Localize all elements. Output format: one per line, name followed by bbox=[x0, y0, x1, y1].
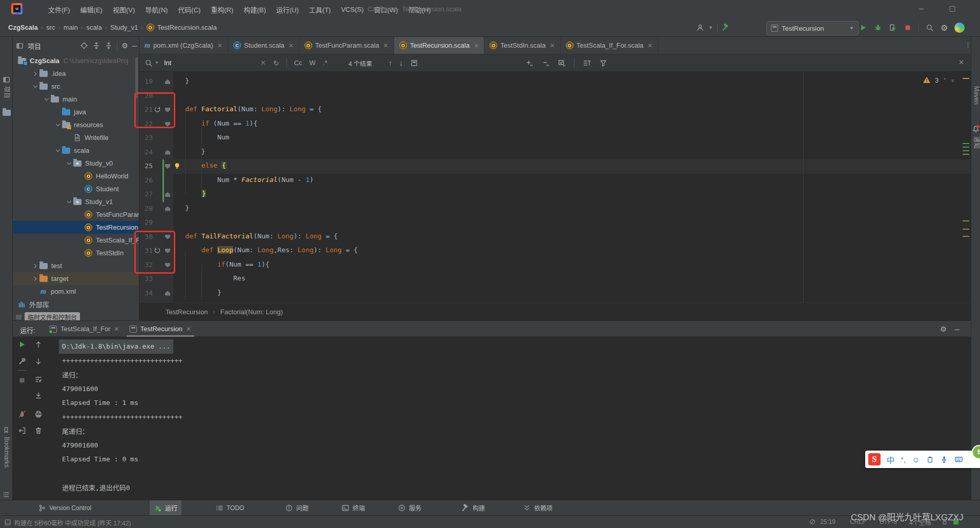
tree-item-外部库[interactable]: 外部库 bbox=[13, 298, 139, 311]
tree-item-Study_v1[interactable]: Study_v1 bbox=[13, 195, 139, 208]
tree-item-.idea[interactable]: .idea bbox=[13, 67, 139, 80]
tab-close-icon[interactable]: ✕ bbox=[549, 42, 555, 49]
tree-item-临时文件和控制台[interactable]: 临时文件和控制台 bbox=[13, 311, 139, 320]
prev-warning-icon[interactable]: ⌃ bbox=[943, 77, 947, 83]
menu-item-2[interactable]: 编辑(E) bbox=[75, 0, 108, 18]
tree-item-Student[interactable]: CStudent bbox=[13, 182, 139, 195]
next-warning-icon[interactable]: ˅ bbox=[951, 78, 954, 84]
tree-chevron-icon[interactable] bbox=[65, 198, 73, 206]
clear-all-icon[interactable] bbox=[34, 427, 43, 435]
filter-icon[interactable] bbox=[599, 59, 607, 67]
regex-toggle[interactable]: .* bbox=[323, 59, 328, 67]
breadcrumb-item[interactable]: Study_v1 bbox=[110, 24, 138, 31]
next-occurrence-icon[interactable]: ↓ bbox=[399, 59, 403, 67]
toolwindow-button-终端[interactable]: 终端 bbox=[337, 500, 369, 515]
tree-chevron-icon[interactable] bbox=[54, 147, 62, 155]
user-dropdown-icon[interactable]: ▼ bbox=[708, 25, 713, 30]
coverage-button[interactable] bbox=[889, 24, 897, 32]
caret-position[interactable]: 25:19 bbox=[820, 518, 850, 525]
ime-toolbar[interactable]: S 中 °, ☺ bbox=[865, 451, 980, 468]
gradient-ball-icon[interactable] bbox=[954, 23, 965, 33]
recursion-icon[interactable] bbox=[154, 106, 161, 113]
mute-bug-icon[interactable] bbox=[18, 410, 26, 418]
code-line-20[interactable]: 20 bbox=[139, 89, 971, 104]
tab-more-icon[interactable]: ⋮ bbox=[965, 41, 971, 49]
run-tab-close-icon[interactable]: ✕ bbox=[186, 326, 191, 333]
editor-tab[interactable]: OTestRecursion.scala✕ bbox=[394, 37, 484, 54]
stop-icon[interactable] bbox=[18, 376, 26, 384]
tree-item-test[interactable]: test bbox=[13, 259, 139, 272]
menu-item-9[interactable]: 工具(T) bbox=[304, 0, 336, 18]
stop-button[interactable] bbox=[904, 24, 912, 32]
run-console[interactable]: D:\Jdk-1.8\bin\java.exe ...+++++++++++++… bbox=[13, 337, 971, 500]
breadcrumb-item[interactable]: src bbox=[46, 24, 55, 31]
console-line[interactable]: 尾递归： bbox=[62, 424, 89, 438]
code-line-19[interactable]: 19 } bbox=[139, 75, 971, 89]
code-line-33[interactable]: 33 Res bbox=[139, 272, 971, 287]
print-icon[interactable] bbox=[34, 410, 43, 418]
close-find-icon[interactable]: ✕ bbox=[958, 58, 964, 66]
restore-icon[interactable] bbox=[18, 427, 26, 435]
menu-item-10[interactable]: VCS(S) bbox=[336, 0, 369, 18]
code-line-31[interactable]: 31 def Loop(Num: Long,Res: Long): Long =… bbox=[139, 244, 971, 258]
scroll-end-icon[interactable] bbox=[34, 392, 43, 400]
menu-item-3[interactable]: 视图(V) bbox=[108, 0, 140, 18]
ime-mic-icon[interactable] bbox=[940, 455, 948, 463]
toolwindow-button-TODO[interactable]: TODO bbox=[211, 500, 248, 515]
user-icon[interactable] bbox=[696, 24, 704, 32]
words-toggle[interactable]: W bbox=[310, 59, 316, 67]
code-line-22[interactable]: 22 if (Num == 1){ bbox=[139, 117, 971, 132]
tree-item-target[interactable]: target bbox=[13, 272, 139, 285]
breadcrumb-item[interactable]: CzgScala bbox=[8, 24, 38, 31]
build-hammer-icon[interactable] bbox=[722, 24, 730, 32]
code-line-24[interactable]: 24 } bbox=[139, 146, 971, 160]
run-configuration-select[interactable]: TestRecursion ▼ bbox=[766, 21, 859, 35]
project-tool-icon[interactable] bbox=[3, 76, 10, 84]
tree-item-scala[interactable]: scala bbox=[13, 144, 139, 157]
find-select-all-icon[interactable] bbox=[410, 59, 418, 67]
structure-icon[interactable] bbox=[3, 491, 10, 498]
ime-mode-chinese[interactable]: 中 bbox=[887, 454, 894, 465]
tree-chevron-icon[interactable] bbox=[31, 83, 39, 91]
notifications-tool-label[interactable]: 通知 bbox=[973, 136, 980, 149]
console-line[interactable]: 479001600 bbox=[62, 438, 98, 453]
console-line[interactable]: 479001600 bbox=[62, 382, 98, 396]
run-tab-TestRecursion[interactable]: TestRecursion✕ bbox=[125, 321, 196, 337]
menu-item-8[interactable]: 运行(U) bbox=[271, 0, 304, 18]
ime-emoji-icon[interactable]: ☺ bbox=[912, 455, 920, 464]
inspections-off-icon[interactable] bbox=[809, 518, 816, 525]
menu-item-5[interactable]: 代码(C) bbox=[173, 0, 206, 18]
search-everywhere-icon[interactable] bbox=[926, 24, 934, 32]
editor-tab[interactable]: OTestFuncParam.scala✕ bbox=[299, 37, 394, 54]
match-case-toggle[interactable]: Cc bbox=[294, 59, 302, 67]
tree-chevron-icon[interactable] bbox=[31, 275, 39, 283]
tree-chevron-icon[interactable] bbox=[43, 95, 51, 104]
tab-close-icon[interactable]: ✕ bbox=[647, 42, 652, 49]
tree-item-pom.xml[interactable]: mpom.xml bbox=[13, 285, 139, 298]
run-panel-settings-icon[interactable]: ⚙ bbox=[940, 325, 947, 333]
run-tab-TestScala_If_For[interactable]: TestScala_If_For✕ bbox=[45, 321, 125, 337]
maximize-icon[interactable]: ▢ bbox=[946, 4, 959, 12]
code-line-26[interactable]: 26 Num * Factorial(Num - 1) bbox=[139, 174, 971, 188]
add-occurrence-icon[interactable] bbox=[525, 59, 533, 67]
code-line-32[interactable]: 32 if(Num == 1){ bbox=[139, 258, 971, 273]
tab-close-icon[interactable]: ✕ bbox=[289, 42, 294, 49]
code-line-21[interactable]: 21 def Factorial(Num: Long): Long = { bbox=[139, 103, 971, 117]
console-line[interactable]: Elapsed Time : 0 ms bbox=[62, 452, 138, 466]
settings-gear-icon[interactable]: ⚙ bbox=[941, 23, 948, 33]
breadcrumb-method[interactable]: Factorial(Num: Long) bbox=[220, 308, 283, 316]
toolwindow-button-服务[interactable]: 服务 bbox=[394, 500, 425, 515]
console-line[interactable]: 进程已结束,退出代码0 bbox=[62, 480, 130, 495]
code-line-23[interactable]: 23 Num bbox=[139, 131, 971, 146]
remove-occurrence-icon[interactable] bbox=[541, 59, 549, 67]
folder-tool-icon[interactable] bbox=[3, 110, 11, 117]
project-tool-label[interactable]: 项目 bbox=[3, 86, 12, 98]
tree-chevron-icon[interactable] bbox=[31, 70, 39, 78]
run-button[interactable] bbox=[859, 24, 867, 32]
search-dropdown-icon[interactable]: ▼ bbox=[155, 60, 159, 65]
run-tab-close-icon[interactable]: ✕ bbox=[114, 326, 119, 333]
rerun-icon[interactable] bbox=[18, 340, 26, 349]
menu-item-6[interactable]: 重构(R) bbox=[206, 0, 238, 18]
tab-close-icon[interactable]: ✕ bbox=[217, 42, 222, 49]
inspections-widget[interactable]: 3 ⌃ ˅ bbox=[923, 75, 954, 85]
